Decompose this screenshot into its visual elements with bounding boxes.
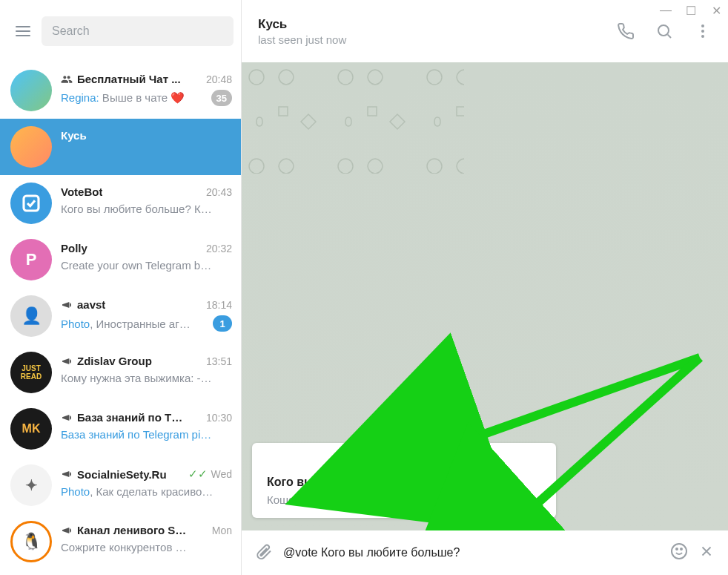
svg-point-10 xyxy=(676,548,678,550)
chat-preview: База знаний по Telegram pi… xyxy=(61,428,232,441)
search-placeholder: Search xyxy=(52,24,90,38)
chat-preview: Regina: Выше в чате ❤️ xyxy=(61,91,207,105)
chat-name: SocialnieSety.Ru xyxy=(77,468,167,481)
message-input[interactable]: @vote Кого вы любите больше? xyxy=(283,546,660,559)
chat-header[interactable]: Кусь last seen just now xyxy=(242,0,728,62)
search-input[interactable]: Search xyxy=(42,16,234,46)
chat-preview: Сожрите конкурентов … xyxy=(61,541,232,553)
chat-title: Кусь xyxy=(258,17,617,32)
chat-time: 10:30 xyxy=(206,412,232,424)
menu-button[interactable] xyxy=(9,17,37,45)
avatar: P xyxy=(10,239,52,280)
megaphone-icon xyxy=(61,525,73,536)
chat-list: Бесплатный Чат ... 20:48 Regina: Выше в … xyxy=(0,62,241,575)
chat-time: ✓✓ Wed xyxy=(188,467,232,481)
avatar: MK xyxy=(10,408,52,450)
sidebar: Search Бесплатный Чат ... 20:48 xyxy=(0,0,242,575)
svg-point-3 xyxy=(701,30,704,33)
chat-item[interactable]: 🐧 Канал ленивого S… Mon Сожрите конкурен… xyxy=(0,513,241,570)
chat-item[interactable]: P Polly 20:32 Create your own Telegram b… xyxy=(0,231,241,288)
chat-time: 18:14 xyxy=(206,299,232,311)
call-icon[interactable] xyxy=(617,22,635,40)
window-maximize-icon[interactable]: ☐ xyxy=(684,3,698,18)
popup-title: Create ne xyxy=(267,453,541,467)
chat-name: aavst xyxy=(77,298,105,311)
chat-subtitle: last seen just now xyxy=(258,33,617,46)
chat-name: Кусь xyxy=(61,129,87,142)
svg-point-2 xyxy=(701,24,704,27)
unread-badge: 35 xyxy=(211,90,232,106)
chat-preview: Photo, Иностранные аг… xyxy=(61,318,208,330)
chat-preview: Кому нужна эта выжимка: -… xyxy=(61,372,232,384)
chat-item[interactable]: 👤 aavst 18:14 Photo, Иностранные аг… xyxy=(0,288,241,344)
avatar: 👤 xyxy=(10,295,52,337)
megaphone-icon xyxy=(61,355,73,367)
svg-point-4 xyxy=(701,35,704,38)
unread-badge: 1 xyxy=(213,315,232,332)
avatar xyxy=(10,70,52,111)
search-icon[interactable] xyxy=(655,22,673,40)
emoji-icon[interactable] xyxy=(670,542,688,563)
inline-bot-popup[interactable]: Create ne Кого вы любите больше? Кошек /… xyxy=(252,443,556,518)
main-panel: Кусь last seen just now Create ne Кого в… xyxy=(242,0,728,575)
svg-point-9 xyxy=(672,544,686,559)
avatar: ✦ xyxy=(10,464,52,506)
chat-name: Бесплатный Чат ... xyxy=(77,73,181,85)
chat-name: VoteBot xyxy=(61,185,102,198)
chat-name: Канал ленивого S… xyxy=(77,524,186,536)
chat-item[interactable]: MK База знаний по T… 10:30 База знаний п… xyxy=(0,401,241,457)
chat-preview: Photo, Как сделать красиво… xyxy=(61,485,232,498)
svg-line-7 xyxy=(436,358,700,451)
chat-time: 20:48 xyxy=(206,73,232,85)
avatar xyxy=(10,183,52,224)
chat-time: 20:43 xyxy=(206,186,232,198)
avatar xyxy=(10,126,52,168)
chat-background: Create ne Кого вы любите больше? Кошек /… xyxy=(242,62,728,530)
group-icon xyxy=(61,73,73,85)
chat-name: Polly xyxy=(61,242,87,254)
chat-time: Mon xyxy=(212,525,232,536)
avatar: JUSTREAD xyxy=(10,352,52,393)
svg-rect-6 xyxy=(242,62,464,174)
attach-icon[interactable] xyxy=(255,542,273,563)
chat-time: 13:51 xyxy=(206,355,232,367)
chat-time: 20:32 xyxy=(206,243,232,254)
chat-item[interactable]: JUSTREAD Zdislav Group 13:51 Кому нужна … xyxy=(0,344,241,401)
svg-point-1 xyxy=(658,25,669,36)
svg-point-11 xyxy=(681,548,682,550)
message-composer: @vote Кого вы любите больше? xyxy=(242,530,728,575)
chat-name: База знаний по T… xyxy=(77,411,182,424)
more-icon[interactable] xyxy=(694,22,712,40)
megaphone-icon xyxy=(61,412,73,424)
chat-item[interactable]: VoteBot 20:43 Кого вы любите больше? К… xyxy=(0,175,241,231)
chat-preview: Кого вы любите больше? К… xyxy=(61,203,232,215)
avatar: 🐧 xyxy=(10,521,52,562)
chat-preview: Create your own Telegram b… xyxy=(61,259,232,272)
megaphone-icon xyxy=(61,299,73,311)
chat-name: Zdislav Group xyxy=(77,355,152,367)
clear-icon[interactable] xyxy=(698,543,715,562)
window-close-icon[interactable]: ✕ xyxy=(709,3,724,18)
popup-question: Кого вы любите больше? xyxy=(267,476,541,489)
megaphone-icon xyxy=(61,468,73,480)
read-checks-icon: ✓✓ xyxy=(188,467,208,481)
chat-item[interactable]: ✦ SocialnieSety.Ru ✓✓ Wed Photo, Как сде… xyxy=(0,457,241,513)
chat-item[interactable]: Бесплатный Чат ... 20:48 Regina: Выше в … xyxy=(0,62,241,119)
window-minimize-icon[interactable]: — xyxy=(658,3,673,18)
popup-options: Кошек / Собак / Попугаев xyxy=(267,493,541,506)
chat-item[interactable]: Кусь xyxy=(0,119,241,175)
